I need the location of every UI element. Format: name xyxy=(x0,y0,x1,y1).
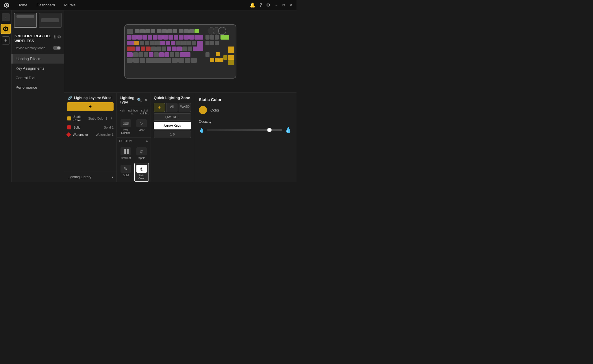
device-name-row: K70 CORE RGB TKL WIRELESS ℹ ⚙ xyxy=(14,34,61,44)
lt-custom-chevron[interactable]: ∧ xyxy=(146,139,148,143)
sidebar-active-icon[interactable] xyxy=(1,24,11,34)
svg-rect-50 xyxy=(176,41,181,45)
device-memory-toggle[interactable] xyxy=(53,46,61,50)
zone-all-button[interactable]: All xyxy=(166,103,177,112)
settings-icon[interactable]: ⚙ xyxy=(266,2,270,8)
svg-rect-85 xyxy=(133,58,139,63)
svg-rect-48 xyxy=(166,41,170,45)
close-button[interactable]: × xyxy=(289,3,293,8)
svg-rect-37 xyxy=(205,35,210,40)
svg-rect-72 xyxy=(133,52,138,57)
svg-rect-24 xyxy=(132,35,137,40)
color-label: Color xyxy=(210,108,219,112)
svg-rect-64 xyxy=(162,47,166,51)
svg-rect-52 xyxy=(186,41,191,45)
help-icon[interactable]: ? xyxy=(260,3,262,8)
svg-rect-11 xyxy=(151,29,155,33)
nav-murals[interactable]: Murals xyxy=(62,2,77,8)
lt-gradient-icon: ▐▐ xyxy=(121,147,131,155)
svg-rect-35 xyxy=(189,35,194,40)
lt-solid-icon: ↻ xyxy=(121,165,131,173)
layer-item-2[interactable]: Solid Solid 1 xyxy=(64,124,116,131)
svg-rect-74 xyxy=(144,52,148,57)
device-info-icon[interactable]: ℹ xyxy=(54,34,55,40)
lt-ripple-icon: ◎ xyxy=(136,147,147,155)
layer-type-3: Watercolor 1 xyxy=(96,133,114,136)
nav-right: 🔔 ? ⚙ − □ × xyxy=(250,2,293,8)
svg-rect-18 xyxy=(189,29,194,33)
opacity-label: Opacity xyxy=(199,119,292,124)
sidebar-collapse-button[interactable]: › xyxy=(2,13,10,21)
svg-point-5 xyxy=(5,28,6,30)
svg-rect-73 xyxy=(138,52,143,57)
device-gear-icon[interactable]: ⚙ xyxy=(57,34,61,40)
window-controls: − □ × xyxy=(274,3,293,8)
device-thumb-bar[interactable] xyxy=(39,13,62,28)
device-thumbnails xyxy=(12,10,64,30)
svg-rect-40 xyxy=(220,35,229,40)
nav-dashboard[interactable]: Dashboard xyxy=(35,2,57,8)
lighting-library-link[interactable]: Lighting Library › xyxy=(64,172,116,182)
maximize-button[interactable]: □ xyxy=(281,3,286,8)
opacity-min-icon: 💧 xyxy=(199,127,205,133)
lt-rain[interactable]: Rain xyxy=(118,109,127,116)
svg-rect-19 xyxy=(194,29,199,33)
layer-item-3[interactable]: Watercolor Watercolor 1 xyxy=(64,131,116,138)
color-swatch[interactable] xyxy=(199,106,207,114)
svg-rect-33 xyxy=(179,35,184,40)
zone-1-6-button[interactable]: 1-6 xyxy=(154,131,191,138)
zone-wasd-button[interactable]: WASD xyxy=(179,103,191,112)
zone-qwerdf-button[interactable]: QWERDF xyxy=(154,113,191,121)
keyboard-svg xyxy=(124,24,237,79)
svg-rect-13 xyxy=(162,29,167,33)
svg-rect-42 xyxy=(134,41,139,45)
nav-key-assignments[interactable]: Key Assignments xyxy=(12,64,64,73)
nav-home[interactable]: Home xyxy=(16,2,29,8)
lt-type-lighting-icon: ⌨ xyxy=(121,119,131,127)
svg-rect-68 xyxy=(182,47,187,51)
lt-solid[interactable]: ↻ Solid xyxy=(118,163,133,182)
device-thumb-keyboard[interactable] xyxy=(14,13,37,28)
svg-rect-32 xyxy=(174,35,178,40)
layer-item-1[interactable]: Static Color Static Color 1 ⋮ xyxy=(64,113,116,124)
nav-lighting-effects[interactable]: Lighting Effects xyxy=(12,54,64,64)
nav-performance[interactable]: Performance xyxy=(12,83,64,92)
minimize-button[interactable]: − xyxy=(274,3,279,8)
lt-gradient[interactable]: ▐▐ Gradient xyxy=(118,145,133,161)
layer-menu-button-1[interactable]: ⋮ xyxy=(110,116,114,121)
svg-rect-12 xyxy=(157,29,162,33)
zone-add-button[interactable]: + xyxy=(154,103,165,112)
lighting-search-icon[interactable]: 🔍 xyxy=(137,98,142,102)
nav-control-dial[interactable]: Control Dial xyxy=(12,73,64,83)
lt-visor-label: Visor xyxy=(139,129,144,131)
svg-rect-28 xyxy=(153,35,157,40)
device-info: K70 CORE RGB TKL WIRELESS ℹ ⚙ Device Mem… xyxy=(12,30,64,52)
notification-icon[interactable]: 🔔 xyxy=(250,2,255,8)
lt-ripple[interactable]: ◎ Ripple xyxy=(134,145,149,161)
svg-rect-83 xyxy=(216,52,220,56)
layer-color-dot-3 xyxy=(66,132,71,137)
lighting-type-header: Lighting Type 🔍 ✕ xyxy=(117,93,151,106)
opacity-slider[interactable] xyxy=(207,129,282,131)
lt-spiral-rainbow[interactable]: Spiral Rainb... xyxy=(139,109,149,116)
lt-type-lighting[interactable]: ⌨ Type Lighting xyxy=(118,117,133,136)
svg-rect-89 xyxy=(178,58,184,63)
svg-rect-61 xyxy=(146,47,151,51)
svg-rect-75 xyxy=(149,52,153,57)
lighting-close-icon[interactable]: ✕ xyxy=(144,98,148,102)
lt-rainbow-wave[interactable]: Rainbow W... xyxy=(127,109,139,116)
layers-title: Lighting Layers: Wired xyxy=(74,96,112,100)
svg-rect-57 xyxy=(215,41,219,45)
svg-rect-46 xyxy=(155,41,160,45)
lt-visor[interactable]: ▷ Visor xyxy=(134,117,149,136)
layers-add-button[interactable]: + xyxy=(67,102,114,111)
svg-rect-43 xyxy=(140,41,144,45)
svg-rect-8 xyxy=(135,29,140,33)
layer-name-3: Watercolor xyxy=(73,133,93,136)
lighting-type-scroll[interactable]: Rain Rainbow W... Spiral Rainb... ⌨ Type… xyxy=(117,106,151,182)
svg-rect-30 xyxy=(163,35,168,40)
svg-rect-51 xyxy=(181,41,186,45)
zone-arrow-keys-button[interactable]: Arrow Keys xyxy=(154,122,191,129)
lt-static-color[interactable]: ◎ Static Color xyxy=(134,163,149,182)
sidebar-add-button[interactable]: + xyxy=(2,36,10,44)
